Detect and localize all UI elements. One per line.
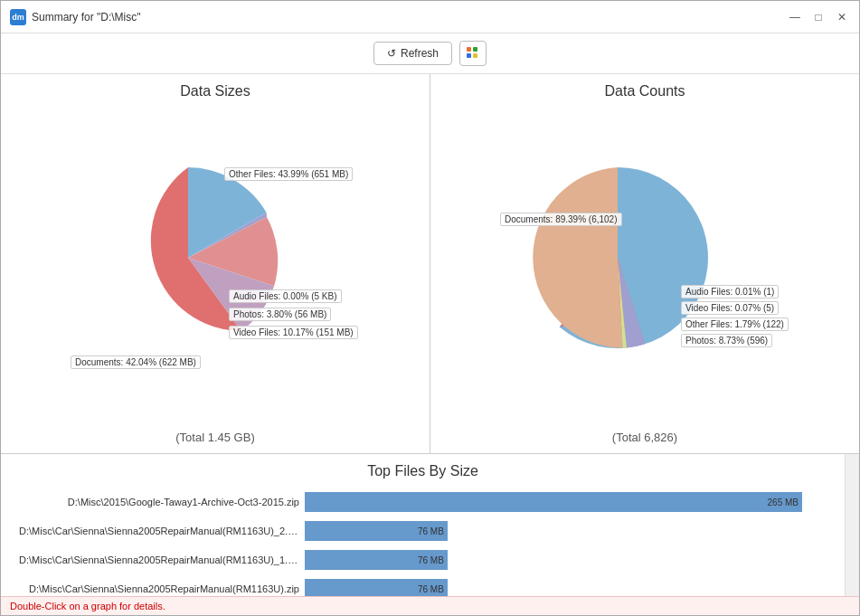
window-title: Summary for "D:\Misc" [32, 11, 141, 24]
data-sizes-title: Data Sizes [180, 83, 250, 100]
bar-container: 76 MB [305, 550, 827, 570]
svg-rect-2 [467, 53, 471, 58]
data-sizes-pie-wrapper: Other Files: 43.99% (651 MB) Audio Files… [61, 122, 369, 412]
svg-rect-0 [467, 47, 471, 52]
data-counts-panel[interactable]: Data Counts [430, 74, 859, 453]
top-files-title: Top Files By Size [19, 463, 827, 479]
maximize-button[interactable]: □ [810, 9, 827, 25]
grid-view-button[interactable] [459, 41, 487, 66]
label-audio-files-size: Audio Files: 0.00% (5 KB) [229, 289, 342, 303]
bar-value: 76 MB [418, 555, 444, 565]
svg-rect-1 [473, 47, 477, 52]
label-photos-count: Photos: 8.73% (596) [681, 334, 772, 347]
scrollbar[interactable] [845, 454, 859, 596]
bar-container: 76 MB [305, 521, 827, 541]
bar-value: 265 MB [768, 498, 799, 507]
bar-row: D:\Misc\Car\Sienna\Sienna2005RepairManua… [19, 579, 827, 596]
data-counts-container: Documents: 89.39% (6,102) Audio Files: 0… [439, 107, 850, 427]
label-video-count: Video Files: 0.07% (5) [681, 301, 779, 315]
label-photos-size: Photos: 3.80% (56 MB) [229, 308, 331, 321]
bar-fill: 265 MB [305, 492, 802, 512]
label-other-count: Other Files: 1.79% (122) [681, 317, 789, 331]
data-counts-pie-wrapper: Documents: 89.39% (6,102) Audio Files: 0… [491, 122, 799, 412]
status-text: Double-Click on a graph for details. [10, 601, 165, 611]
close-button[interactable]: ✕ [834, 9, 850, 25]
charts-row: Data Sizes [1, 74, 859, 454]
bar-label: D:\Misc\Car\Sienna\Sienna2005RepairManua… [19, 526, 299, 536]
bar-label: D:\Misc\Car\Sienna\Sienna2005RepairManua… [19, 583, 299, 594]
data-counts-title: Data Counts [605, 83, 685, 100]
bar-label: D:\Misc\2015\Google-Taway1-Archive-Oct3-… [19, 497, 299, 507]
toolbar: ↺ Refresh [1, 33, 859, 74]
data-counts-total: (Total 6,826) [612, 431, 677, 444]
data-sizes-total: (Total 1.45 GB) [175, 431, 254, 444]
bar-fill: 76 MB [305, 550, 448, 570]
label-video-size: Video Files: 10.17% (151 MB) [229, 326, 358, 339]
title-left: dm Summary for "D:\Misc" [10, 9, 141, 25]
svg-rect-3 [473, 53, 477, 58]
bar-chart-rows: D:\Misc\2015\Google-Taway1-Archive-Oct3-… [19, 492, 827, 596]
top-files-panel: Top Files By Size D:\Misc\2015\Google-Ta… [1, 454, 845, 596]
bar-row: D:\Misc\Car\Sienna\Sienna2005RepairManua… [19, 521, 827, 541]
bar-row: D:\Misc\Car\Sienna\Sienna2005RepairManua… [19, 550, 827, 570]
bar-fill: 76 MB [305, 521, 448, 541]
label-documents-count: Documents: 89.39% (6,102) [500, 213, 622, 226]
bar-container: 76 MB [305, 579, 827, 596]
bar-container: 265 MB [305, 492, 827, 512]
grid-icon [467, 47, 479, 60]
label-other-files-size: Other Files: 43.99% (651 MB) [224, 167, 353, 181]
label-audio-count: Audio Files: 0.01% (1) [681, 285, 779, 299]
bar-label: D:\Misc\Car\Sienna\Sienna2005RepairManua… [19, 554, 299, 565]
bar-value: 76 MB [418, 584, 444, 594]
minimize-button[interactable]: — [787, 9, 803, 25]
app-icon: dm [10, 9, 26, 25]
status-bar: Double-Click on a graph for details. [1, 596, 859, 615]
refresh-label: Refresh [401, 47, 439, 60]
bar-fill: 76 MB [305, 579, 448, 596]
title-bar: dm Summary for "D:\Misc" — □ ✕ [1, 1, 859, 33]
data-sizes-container: Other Files: 43.99% (651 MB) Audio Files… [10, 107, 421, 427]
content-area: Data Sizes [1, 74, 859, 596]
label-documents-size: Documents: 42.04% (622 MB) [71, 355, 201, 369]
data-sizes-panel[interactable]: Data Sizes [1, 74, 430, 453]
main-window: dm Summary for "D:\Misc" — □ ✕ ↺ Refresh [0, 0, 860, 616]
window-controls: — □ ✕ [787, 9, 850, 25]
bar-row: D:\Misc\2015\Google-Taway1-Archive-Oct3-… [19, 492, 827, 512]
refresh-button[interactable]: ↺ Refresh [373, 42, 452, 65]
bar-value: 76 MB [418, 526, 444, 536]
refresh-icon: ↺ [387, 47, 396, 60]
